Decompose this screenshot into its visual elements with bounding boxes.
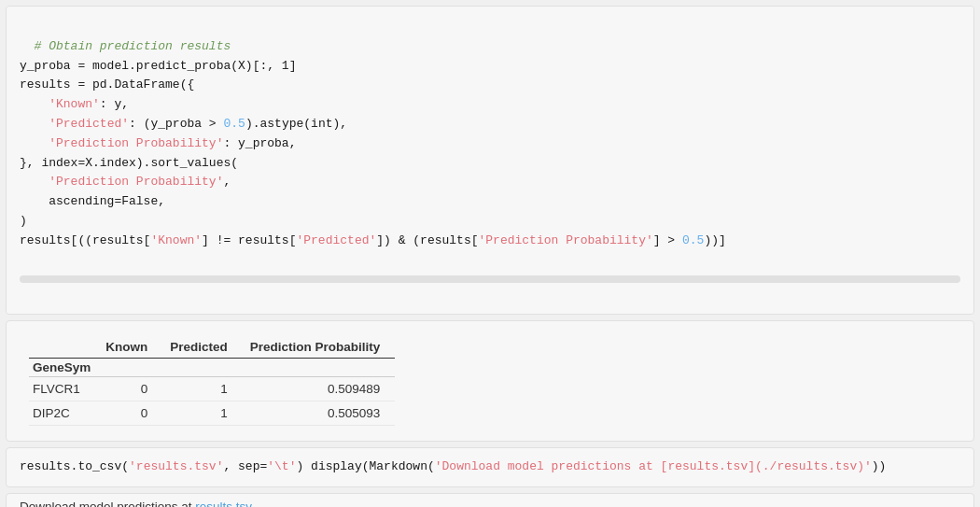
results-table-block: Known Predicted Prediction Probability G… (6, 320, 974, 442)
download-prefix: Download model predictions at (20, 500, 195, 507)
code-line: ascending=False, (20, 194, 165, 208)
code-line: }, index=X.index).sort_values( (20, 156, 238, 170)
code-line: results.to_csv('results.tsv', sep='\t') (20, 459, 303, 473)
code-block-2: results.to_csv('results.tsv', sep='\t') … (6, 447, 974, 487)
table-index-label: GeneSym (29, 359, 395, 377)
cell-gene: FLVCR1 (29, 377, 98, 401)
col-header-known: Known (98, 336, 162, 359)
code-line: 'Known': y, (20, 97, 129, 111)
cell-predicted: 1 (162, 401, 243, 426)
cell-known: 0 (98, 401, 162, 426)
col-header-prob: Prediction Probability (243, 336, 396, 359)
code-line: 'Prediction Probability': y_proba, (20, 136, 296, 150)
code-line: y_proba = model.predict_proba(X)[:, 1] (20, 59, 296, 73)
code-block-1: # Obtain prediction results y_proba = mo… (6, 6, 974, 315)
horizontal-scrollbar[interactable] (20, 275, 960, 283)
comment-line: # Obtain prediction results (35, 39, 231, 53)
code-line: 'Predicted': (y_proba > 0.5).astype(int)… (20, 117, 347, 131)
col-header-predicted: Predicted (162, 336, 243, 359)
table-row: DIP2C 0 1 0.505093 (29, 401, 395, 426)
download-link[interactable]: results.tsv (195, 500, 252, 507)
code-line: ) (20, 214, 27, 228)
code-line: 'Prediction Probability', (20, 175, 231, 189)
cell-prob: 0.509489 (243, 377, 396, 401)
cell-predicted: 1 (162, 377, 243, 401)
cell-gene: DIP2C (29, 401, 98, 426)
code-line-long: results[((results['Known'] != results['P… (20, 233, 726, 247)
cell-prob: 0.505093 (243, 401, 396, 426)
results-table: Known Predicted Prediction Probability G… (29, 336, 395, 426)
code-line: display(Markdown('Download model predict… (311, 459, 886, 473)
col-header-index (29, 336, 98, 359)
cell-known: 0 (98, 377, 162, 401)
download-output: Download model predictions at results.ts… (6, 493, 974, 507)
table-row: FLVCR1 0 1 0.509489 (29, 377, 395, 401)
code-line: results = pd.DataFrame({ (20, 77, 194, 92)
